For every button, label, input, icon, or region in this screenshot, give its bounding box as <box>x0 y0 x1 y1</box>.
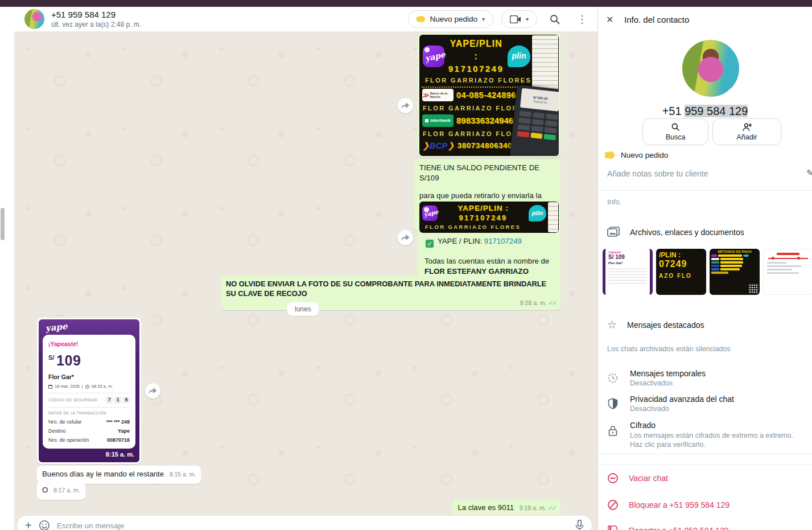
media-thumb-metodos-banner[interactable]: MÉTODOS DE PAGO <box>710 249 760 295</box>
payment-banner-image: S/ 585.00 TARJETA yape YAPE/PLIN : 91710… <box>419 35 559 156</box>
banner-phone: 917107249 <box>441 213 525 223</box>
star-icon: ☆ <box>607 318 617 331</box>
clock-icon <box>85 385 89 389</box>
chat-list-scrollbar[interactable] <box>1 208 5 240</box>
video-call-button[interactable]: ▾ <box>501 10 537 28</box>
contact-photo[interactable] <box>682 40 739 97</box>
read-ticks-icon: ✓✓ <box>549 299 556 306</box>
read-ticks-icon: ✓✓ <box>548 504 555 511</box>
report-contact-label: Reportar a +51 959 584 129 <box>629 526 729 530</box>
thumb-receipt-name: Flor Gar* <box>608 261 647 265</box>
search-icon <box>549 14 560 25</box>
media-links-docs-row[interactable]: Archivos, enlaces y documentos <box>607 227 744 238</box>
clear-chat-row[interactable]: Vaciar chat <box>607 473 668 484</box>
contact-avatar[interactable] <box>24 9 44 29</box>
minus-circle-icon <box>607 473 619 484</box>
add-contact-button[interactable]: Añadir <box>712 118 781 145</box>
video-camera-icon <box>510 15 521 23</box>
message-text: Buenos días ay le mando el restante <box>42 470 164 478</box>
contact-header-info[interactable]: +51 959 584 129 últ. vez ayer a la(s) 2:… <box>51 10 408 28</box>
search-contact-button[interactable]: Busca <box>642 118 708 145</box>
row-value: 00870716 <box>107 437 130 443</box>
message-list: S/ 585.00 TARJETA yape YAPE/PLIN : 91710… <box>14 32 597 514</box>
message-image-payment-banner[interactable]: S/ 585.00 TARJETA yape YAPE/PLIN : 91710… <box>418 33 560 158</box>
microphone-icon[interactable] <box>575 520 584 530</box>
thumb-receipt-lines <box>608 266 647 286</box>
emoji-icon[interactable] <box>39 520 50 530</box>
panel-title: Info. del contacto <box>624 15 689 24</box>
chat-menu-button[interactable]: ⋮ <box>572 10 592 29</box>
media-thumb-shipping-doc[interactable] <box>763 249 812 295</box>
message-input[interactable] <box>57 521 568 530</box>
message-text: La clave es 9011 <box>457 503 514 512</box>
phone-link[interactable]: 917107249 <box>484 237 522 245</box>
forward-arrow-icon <box>149 387 157 395</box>
label-tag-icon <box>417 16 426 23</box>
thumb-metodos-title: MÉTODOS DE PAGO <box>711 250 758 253</box>
search-in-chat-button[interactable] <box>545 10 564 29</box>
media-thumb-yape-receipt[interactable]: ¡Yapeaste! S/ 109 Flor Gar* <box>603 249 653 295</box>
yape-receipt-image: yape ¡Yapeaste! S/ 109 Flor Gar* 16 mar.… <box>39 319 139 462</box>
window-titlebar <box>0 0 812 7</box>
block-contact-row[interactable]: Bloquear a +51 959 584 129 <box>607 499 729 511</box>
yape-app-icon: yape <box>423 46 444 67</box>
edit-notes-pencil-icon[interactable]: ✎ <box>806 168 812 178</box>
forward-message-button[interactable] <box>398 230 413 245</box>
starred-messages-label: Mensajes destacados <box>627 321 704 330</box>
encryption-label: Cifrado <box>630 421 801 430</box>
transaction-data-label: DATOS DE LA TRANSACCIÓN <box>48 411 130 416</box>
client-notes-field[interactable]: Añade notas sobre tu cliente <box>607 169 708 178</box>
row-label: Nro. de operación <box>48 437 89 443</box>
security-digit: 1 <box>114 397 121 404</box>
row-value: *** *** 249 <box>106 418 130 425</box>
message-clave[interactable]: La clave es 9011 9:18 a. m.✓✓ <box>452 499 560 514</box>
message-reminder[interactable]: NO OLVIDE ENVIAR LA FOTO DE SU COMPROBAN… <box>221 276 560 310</box>
message-time: 8:28 a. m. <box>520 299 547 306</box>
contact-phone-number[interactable]: +51 959 584 129 <box>598 105 812 118</box>
calendar-icon <box>48 385 52 389</box>
advanced-privacy-label: Privacidad avanzada del chat <box>630 395 734 404</box>
row-label: Nro. de celular <box>48 418 82 425</box>
forward-message-button[interactable] <box>145 383 160 398</box>
clear-chat-label: Vaciar chat <box>629 474 668 483</box>
chevron-down-icon: ▾ <box>526 16 529 22</box>
chat-header: +51 959 584 129 últ. vez ayer a la(s) 2:… <box>14 7 597 32</box>
lock-icon <box>608 425 617 437</box>
close-panel-button[interactable]: ✕ <box>606 14 613 25</box>
price-list-paper <box>532 35 558 95</box>
phone-highlighted: 959 584 129 <box>685 105 748 117</box>
pos-terminal-illustration: S/ 585.00 TARJETA <box>509 85 559 156</box>
contact-last-seen: últ. vez ayer a la(s) 2:48 p. m. <box>51 20 408 28</box>
composer-pill: + <box>17 516 592 530</box>
message-time: 8:15 a. m. <box>170 471 196 478</box>
order-tag-row[interactable]: Nuevo pedido <box>605 151 668 159</box>
pos-amount-label: TARJETA <box>533 100 547 105</box>
encryption-row[interactable]: Cifrado Los mensajes están cifrados de e… <box>607 421 801 450</box>
advanced-privacy-row[interactable]: Privacidad avanzada del chat Desactivado <box>607 395 734 413</box>
row-label: Destino <box>48 428 66 434</box>
forward-arrow-icon <box>401 102 410 109</box>
message-image-yape-receipt[interactable]: yape ¡Yapeaste! S/ 109 Flor Gar* 16 mar.… <box>37 318 141 464</box>
new-order-button[interactable]: Nuevo pedido ▾ <box>408 10 493 28</box>
plin-logo-icon: plin <box>508 46 530 67</box>
new-order-label: Nuevo pedido <box>430 15 477 23</box>
attach-plus-icon[interactable]: + <box>25 519 32 530</box>
forward-message-button[interactable] <box>398 98 413 113</box>
timer-icon <box>607 372 619 384</box>
shield-icon <box>608 398 618 409</box>
thumb-receipt-amount: S/ 109 <box>608 254 647 260</box>
chevron-down-icon: ▾ <box>482 16 485 22</box>
label-tag-icon <box>605 151 615 159</box>
message-o[interactable]: O 8:17 a. m. <box>37 482 85 500</box>
message-text: NO OLVIDE ENVIAR LA FOTO DE SU COMPROBAN… <box>226 279 555 299</box>
starred-messages-row[interactable]: ☆ Mensajes destacados <box>607 318 704 331</box>
media-thumb-plin-banner[interactable]: /PLIN : 07249 AZO FLO <box>656 249 706 295</box>
report-contact-row[interactable]: Reportar a +51 959 584 129 <box>607 525 729 530</box>
banner-title: YAPE/PLIN : <box>441 203 525 213</box>
disappearing-messages-row[interactable]: Mensajes temporales Desactivados <box>607 369 706 387</box>
chat-header-actions: Nuevo pedido ▾ ▾ ⋮ <box>408 10 592 29</box>
chat-list-edge <box>0 7 14 530</box>
search-icon <box>671 122 680 132</box>
forward-arrow-icon <box>401 234 410 241</box>
contact-info-panel: ✕ Info. del contacto +51 959 584 129 Bus… <box>597 7 812 530</box>
